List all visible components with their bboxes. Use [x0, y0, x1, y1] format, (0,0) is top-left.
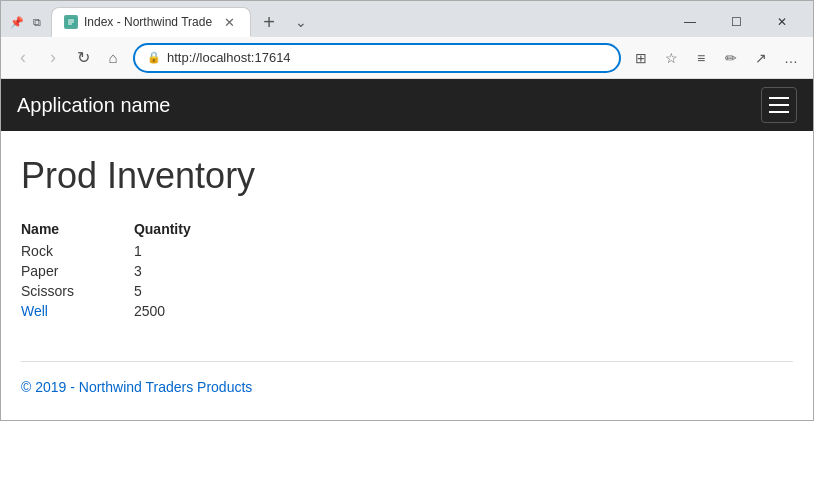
nav-bar: ‹ › ↻ ⌂ 🔒 ⊞ ☆ ≡ ✏ ↗ … — [1, 37, 813, 79]
cell-quantity: 3 — [134, 261, 191, 281]
tab-list-button[interactable]: ⌄ — [287, 8, 315, 36]
tab-label: Index - Northwind Trade — [84, 15, 215, 29]
hamburger-button[interactable] — [761, 87, 797, 123]
cell-quantity: 1 — [134, 241, 191, 261]
new-tab-button[interactable]: + — [255, 8, 283, 36]
tab-bar: 📌 ⧉ Index - Northwind Trade ✕ + ⌄ — ☐ ✕ — [1, 1, 813, 37]
maximize-button[interactable]: ☐ — [713, 7, 759, 37]
pen-icon[interactable]: ✏ — [717, 44, 745, 72]
cell-quantity: 2500 — [134, 301, 191, 321]
page-content: Prod Inventory Name Quantity Rock1Paper3… — [1, 131, 813, 420]
address-input[interactable] — [167, 50, 607, 65]
hamburger-line-2 — [769, 104, 789, 106]
footer-text: © 2019 - Northwind Traders Products — [21, 379, 252, 395]
hamburger-line-1 — [769, 97, 789, 99]
app-content: Application name Prod Inventory Name Qua… — [1, 79, 813, 420]
col-header-quantity: Quantity — [134, 217, 191, 241]
share-icon[interactable]: ↗ — [747, 44, 775, 72]
cell-name: Rock — [21, 241, 134, 261]
pin-icon[interactable]: 📌 — [9, 14, 25, 30]
minimize-button[interactable]: — — [667, 7, 713, 37]
tab-stack-icon[interactable]: ⧉ — [29, 14, 45, 30]
table-row: Scissors5 — [21, 281, 191, 301]
inventory-table: Name Quantity Rock1Paper3Scissors5Well25… — [21, 217, 191, 321]
window-controls: — ☐ ✕ — [667, 7, 805, 37]
browser-menu-icon[interactable]: … — [777, 44, 805, 72]
collections-icon[interactable]: ⊞ — [627, 44, 655, 72]
reader-view-icon[interactable]: ≡ — [687, 44, 715, 72]
page-title: Prod Inventory — [21, 155, 793, 197]
favorites-icon[interactable]: ☆ — [657, 44, 685, 72]
address-bar-container[interactable]: 🔒 — [133, 43, 621, 73]
close-button[interactable]: ✕ — [759, 7, 805, 37]
hamburger-line-3 — [769, 111, 789, 113]
app-name: Application name — [17, 94, 170, 117]
home-button[interactable]: ⌂ — [99, 44, 127, 72]
active-tab[interactable]: Index - Northwind Trade ✕ — [51, 7, 251, 37]
browser-window: 📌 ⧉ Index - Northwind Trade ✕ + ⌄ — ☐ ✕ … — [0, 0, 814, 421]
table-row: Rock1 — [21, 241, 191, 261]
cell-name: Paper — [21, 261, 134, 281]
tab-close-icon[interactable]: ✕ — [221, 13, 238, 32]
cell-name: Scissors — [21, 281, 134, 301]
forward-button[interactable]: › — [39, 44, 67, 72]
table-row: Paper3 — [21, 261, 191, 281]
page-footer: © 2019 - Northwind Traders Products — [21, 361, 793, 396]
app-header: Application name — [1, 79, 813, 131]
back-button[interactable]: ‹ — [9, 44, 37, 72]
address-lock-icon: 🔒 — [147, 51, 161, 64]
browser-icon-group: 📌 ⧉ — [9, 14, 45, 30]
table-row: Well2500 — [21, 301, 191, 321]
tab-favicon — [64, 15, 78, 29]
refresh-button[interactable]: ↻ — [69, 44, 97, 72]
col-header-name: Name — [21, 217, 134, 241]
cell-name[interactable]: Well — [21, 301, 134, 321]
cell-quantity: 5 — [134, 281, 191, 301]
